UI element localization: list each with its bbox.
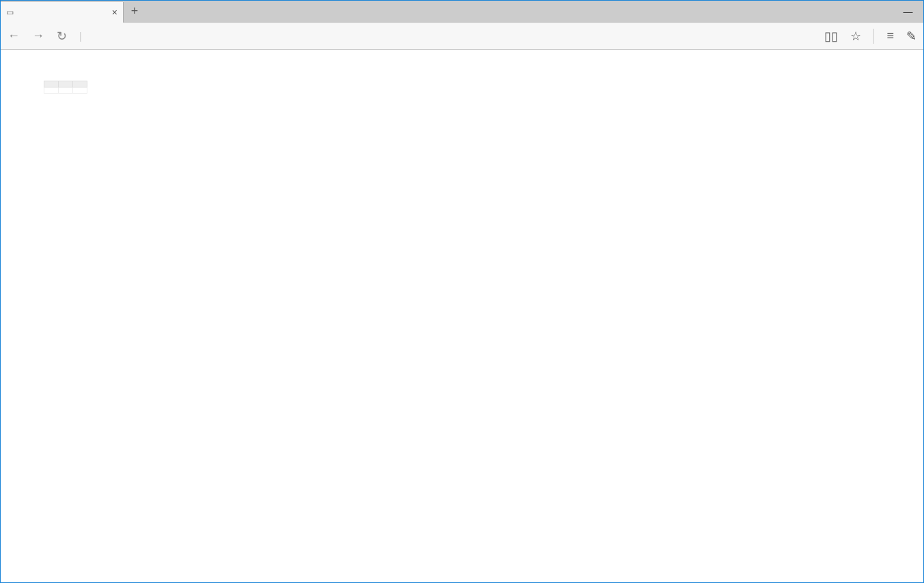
cell-size [59,87,73,94]
favorite-icon[interactable]: ☆ [850,29,861,44]
new-tab-button[interactable]: + [124,1,145,22]
cell-partition [44,87,59,94]
hub-icon[interactable]: ≡ [886,29,894,43]
back-button[interactable]: ← [8,29,20,43]
browser-tab[interactable]: ▭ × [1,2,124,23]
reading-view-icon[interactable]: ▯▯ [824,29,838,44]
window-controls: — [893,1,923,22]
page-icon: ▭ [6,8,14,17]
separator: | [79,31,82,42]
refresh-button[interactable]: ↻ [57,29,67,44]
col-time [73,81,87,87]
minimize-button[interactable]: — [893,1,923,22]
notes-icon[interactable]: ✎ [906,29,916,44]
browser-toolbar: ← → ↻ | ▯▯ ☆ ≡ ✎ [1,23,923,50]
sync-table [44,81,87,94]
window-titlebar: ▭ × + — [1,1,923,23]
divider [873,29,874,44]
throughput-chart [42,128,766,278]
page-content [1,50,923,582]
forward-button[interactable]: → [32,29,44,43]
col-partition [44,81,59,87]
cell-time [73,87,87,94]
address-bar[interactable] [94,31,813,42]
col-size [59,81,73,87]
close-tab-icon[interactable]: × [112,7,117,18]
chart-container [42,128,882,278]
